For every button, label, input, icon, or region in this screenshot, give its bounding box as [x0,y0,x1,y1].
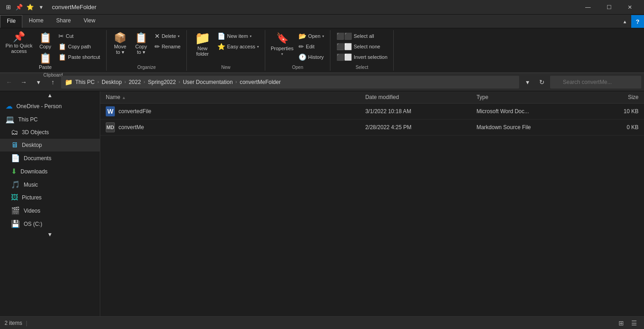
bc-2022[interactable]: 2022 [128,79,142,85]
open-col: 📂 Open ▾ ✏ Edit 🕐 History [296,31,326,62]
col-header-date[interactable]: Date modified [360,91,471,104]
history-button[interactable]: 🕐 History [296,52,326,62]
edit-icon: ✏ [299,43,304,50]
delete-button[interactable]: ✕ Delete ▾ [152,31,183,41]
back-button[interactable]: ← [3,76,15,89]
select-none-button[interactable]: ⬛⬜ Select none [334,42,390,52]
desktop-icon: 🖥 [11,141,18,149]
sidebar-item-downloads[interactable]: ⬇ Downloads [0,165,100,178]
sidebar-item-documents[interactable]: 📄 Documents [0,151,100,165]
pin-to-quick-button[interactable]: 📌 Pin to Quickaccess [4,31,34,55]
help-button[interactable]: ? [631,15,644,28]
music-icon: 🎵 [11,180,20,189]
minimize-button[interactable]: — [577,0,598,15]
bc-desktop[interactable]: Desktop [101,79,123,85]
tab-view[interactable]: View [77,15,102,28]
details-view-button[interactable]: ⊞ [616,318,627,329]
bc-current-folder[interactable]: convertMeFolder [239,79,282,85]
bc-spring2022[interactable]: Spring2022 [147,79,176,85]
easy-access-button[interactable]: ⭐ Easy access ▾ [215,42,261,52]
downloads-icon: ⬇ [11,167,17,176]
title-bar-icons: ⊞ 📌 ⭐ ▾ [4,3,46,12]
organize-items: 📦 Moveto ▾ 📋 Copyto ▾ ✕ Delete ▾ ✏ Renam… [110,31,183,64]
select-none-label: Select none [354,44,380,49]
maximize-button[interactable]: ☐ [598,0,619,15]
sidebar-item-onedrive[interactable]: ☁ OneDrive - Person [0,99,100,113]
item-count: 2 items [5,320,22,326]
list-view-button[interactable]: ☰ [629,318,639,329]
edit-button[interactable]: ✏ Edit [296,42,326,52]
forward-button[interactable]: → [17,76,30,89]
new-item-button[interactable]: 📄 New item ▾ [215,31,261,41]
rename-button[interactable]: ✏ Rename [152,42,183,52]
file-name-cell: MD convertMe [100,120,360,136]
cut-button[interactable]: ✂ Cut [56,31,102,41]
sidebar-item-music[interactable]: 🎵 Music [0,178,100,191]
up-button[interactable]: ↑ [46,76,59,89]
breadcrumb-dropdown-button[interactable]: ▾ [521,76,534,89]
properties-label: Properties [271,46,294,51]
file-area: Name ▲ Date modified Type Size W convert… [100,91,644,316]
select-all-button[interactable]: ⬛⬛ Select all [334,31,390,41]
new-items: 📁 Newfolder 📄 New item ▾ ⭐ Easy access ▾ [191,31,261,64]
select-group: ⬛⬛ Select all ⬛⬜ Select none ⬛⬜ Invert s… [330,30,394,71]
sidebar-item-thispc[interactable]: 💻 This PC [0,113,100,126]
table-row[interactable]: MD convertMe 2/28/2022 4:25 PM Markdown … [100,120,644,136]
sidebar-scroll-up[interactable]: ▲ [0,91,100,99]
sidebar-item-desktop[interactable]: 🖥 Desktop [0,139,100,151]
properties-button[interactable]: 🔖 Properties ▾ [269,31,295,57]
file-name: convertedFile [118,108,151,115]
new-folder-button[interactable]: 📁 Newfolder [191,31,214,57]
new-group: 📁 Newfolder 📄 New item ▾ ⭐ Easy access ▾… [187,30,265,71]
breadcrumb-bar[interactable]: 📁 This PC › Desktop › 2022 › Spring2022 … [61,76,519,89]
open-label: Open [308,33,320,39]
new-item-dd: ▾ [250,34,252,38]
col-header-name[interactable]: Name ▲ [100,91,360,104]
sidebar-item-pictures[interactable]: 🖼 Pictures [0,191,100,204]
sidebar-item-videos[interactable]: 🎬 Videos [0,204,100,217]
refresh-button[interactable]: ↻ [536,76,548,89]
new-label: New [222,65,231,70]
search-wrapper: 🔍 [550,76,641,89]
tab-home[interactable]: Home [22,15,50,28]
tab-file[interactable]: File [0,15,22,28]
properties-icon: 🔖 [276,32,289,45]
tab-share[interactable]: Share [50,15,77,28]
move-to-button[interactable]: 📦 Moveto ▾ [110,31,130,57]
ribbon-collapse-button[interactable]: ▲ [618,15,631,28]
sidebar-item-3dobjects[interactable]: 🗂 3D Objects [0,126,100,139]
downloads-label: Downloads [21,168,47,175]
bc-user-documentation[interactable]: User Documentation [182,79,233,85]
col-header-size[interactable]: Size [595,91,644,104]
open-button[interactable]: 📂 Open ▾ [296,31,326,41]
status-bar: 2 items | ⊞ ☰ [0,316,644,329]
bc-this-pc[interactable]: This PC [74,79,96,85]
easy-access-dd: ▾ [257,45,259,49]
search-input[interactable] [550,76,641,89]
invert-selection-button[interactable]: ⬛⬜ Invert selection [334,52,390,62]
new-col: 📄 New item ▾ ⭐ Easy access ▾ [215,31,261,52]
copy-label: Copy [39,44,51,49]
sidebar-scroll-down[interactable]: ▼ [0,230,100,239]
col-header-type[interactable]: Type [471,91,594,104]
file-table: Name ▲ Date modified Type Size W convert… [100,91,644,136]
sidebar: ▲ ☁ OneDrive - Person 💻 This PC 🗂 3D Obj… [0,91,100,316]
delete-label: Delete [162,33,176,39]
copy-path-button[interactable]: 📋 Copy path [56,42,102,52]
ribbon-tab-bar: File Home Share View ▲ ? [0,15,644,28]
organize-col2: ✕ Delete ▾ ✏ Rename [152,31,183,52]
new-folder-icon: 📁 [195,32,211,45]
close-button[interactable]: ✕ [619,0,640,15]
easy-access-label: Easy access [227,44,255,49]
recent-locations-button[interactable]: ▾ [32,76,45,89]
videos-label: Videos [24,208,40,214]
clipboard-group: 📌 Pin to Quickaccess 📋 Copy 📋 Paste ✂ Cu… [0,30,107,71]
copy-button[interactable]: 📋 Copy [35,31,55,51]
paste-shortcut-button[interactable]: 📋 Paste shortcut [56,52,102,62]
table-row[interactable]: W convertedFile 3/1/2022 10:18 AM Micros… [100,104,644,120]
bc-sep-3: › [144,79,145,84]
copy-to-button[interactable]: 📋 Copyto ▾ [131,31,151,57]
sidebar-item-os[interactable]: 💾 OS (C:) [0,217,100,230]
dropdown-arrow-icon[interactable]: ▾ [36,3,46,12]
paste-button[interactable]: 📋 Paste [35,52,55,72]
